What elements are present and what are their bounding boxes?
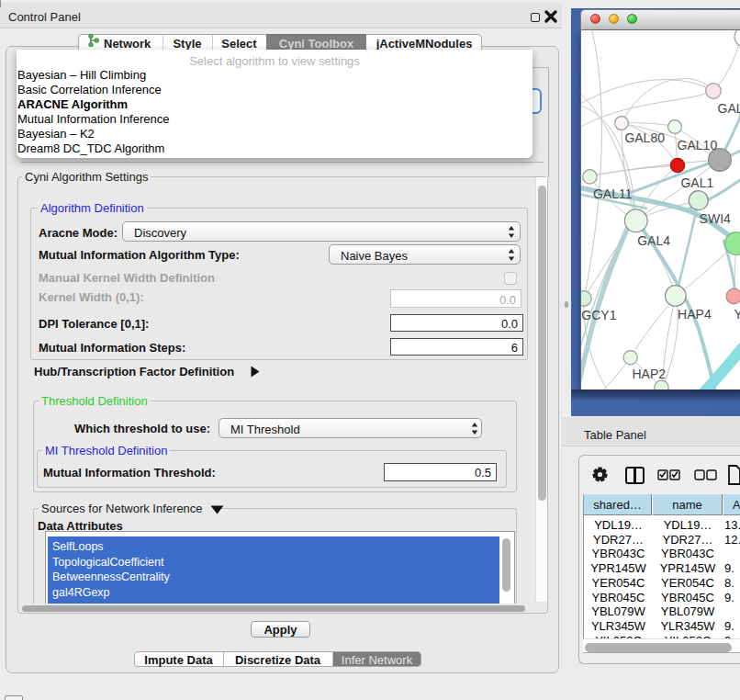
svg-text:YJ: YJ [734, 307, 740, 322]
svg-text:HAP2: HAP2 [633, 367, 667, 381]
svg-text:SWI4: SWI4 [700, 211, 731, 226]
svg-text:GAL1: GAL1 [680, 175, 713, 190]
svg-text:GAL7: GAL7 [718, 101, 740, 116]
svg-text:HAP4: HAP4 [678, 307, 712, 322]
svg-text:GAL4: GAL4 [637, 233, 670, 248]
svg-text:GCY1: GCY1 [581, 308, 616, 322]
svg-text:GAL11: GAL11 [593, 186, 633, 201]
svg-text:GAL80: GAL80 [624, 130, 665, 145]
svg-text:GAL10: GAL10 [678, 138, 718, 152]
